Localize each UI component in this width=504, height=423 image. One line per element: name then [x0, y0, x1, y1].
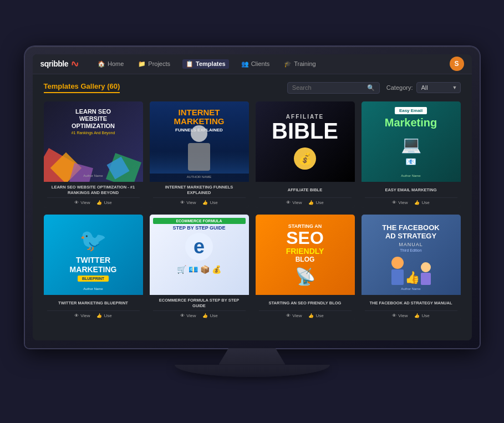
- template-name-affiliate-bible: AFFILIATE BIBLE: [259, 185, 352, 196]
- template-thumb-internet-marketing: INTERNETMARKETING FUNNELS EXPLAINED AUTH…: [150, 101, 249, 182]
- template-thumb-learn-seo: LEARN SEOWEBSITEOPTIMIZATION #1 Rankings…: [44, 101, 143, 182]
- template-name-easy-email: EASY EMAIL MARKETING: [365, 185, 457, 196]
- cover-twitter: 🐦 TWITTERMARKETING BLUEPRINT Author Name: [44, 215, 143, 295]
- category-wrapper: All Business Marketing Health Finance ▼: [416, 82, 461, 93]
- template-footer-facebook-ad: THE FACEBOOK AD STRATEGY MANUAL 👁 View 👍…: [362, 295, 461, 321]
- nav-item-projects-label: Projects: [148, 60, 170, 67]
- search-icon: 🔍: [367, 84, 375, 91]
- search-box: 🔍: [287, 82, 380, 94]
- use-action-twitter[interactable]: 👍 Use: [96, 313, 111, 318]
- template-footer-learn-seo: LEARN SEO WEBSITE OPTIMIZATION - #1 RANK…: [44, 182, 143, 208]
- cover-twitter-badge: BLUEPRINT: [78, 276, 109, 282]
- home-icon: 🏠: [98, 60, 105, 68]
- template-card-internet-marketing[interactable]: INTERNETMARKETING FUNNELS EXPLAINED AUTH…: [150, 101, 249, 208]
- category-dropdown[interactable]: All Business Marketing Health Finance: [416, 82, 461, 93]
- app-navbar: sqribble ∿ 🏠 Home 📁 Projects 📋 Templates: [33, 54, 472, 74]
- template-card-twitter[interactable]: 🐦 TWITTERMARKETING BLUEPRINT Author Name…: [44, 215, 143, 321]
- gallery-header: Templates Gallery (60) 🔍 Category: All: [44, 82, 461, 94]
- cover-facebook-edition: Third Edition: [400, 248, 421, 252]
- template-actions-facebook-ad: 👁 View 👍 Use: [365, 310, 457, 319]
- template-footer-internet-marketing: INTERNET MARKETING FUNNELS EXPLAINED 👁 V…: [150, 182, 249, 208]
- cover-seo: LEARN SEOWEBSITEOPTIMIZATION #1 Rankings…: [44, 101, 143, 182]
- view-action-email[interactable]: 👁 View: [392, 200, 408, 205]
- use-action-ecommerce[interactable]: 👍 Use: [202, 313, 217, 318]
- use-action-learn-seo[interactable]: 👍 Use: [96, 200, 111, 205]
- templates-icon: 📋: [186, 60, 194, 68]
- view-action-internet[interactable]: 👁 View: [180, 200, 196, 205]
- monitor-bezel: sqribble ∿ 🏠 Home 📁 Projects 📋 Templates: [25, 47, 480, 348]
- template-thumb-easy-email: Easy Email Marketing 💻 📧 Author Name: [362, 101, 461, 182]
- nav-item-clients[interactable]: 👥 Clients: [239, 59, 272, 69]
- template-footer-seo-friendly: STARTING AN SEO FRIENDLY BLOG 👁 View 👍 U…: [256, 295, 355, 321]
- template-thumb-seo-friendly: STARTING AN SEO FRIENDLY Blog 📡: [256, 215, 355, 295]
- cover-email-title: Marketing: [385, 116, 437, 129]
- use-action-affiliate[interactable]: 👍 Use: [308, 200, 323, 205]
- cover-facebook: THE FACEBOOKAD STRATEGY MANUAL Third Edi…: [362, 215, 461, 295]
- clients-icon: 👥: [241, 60, 249, 68]
- gallery-controls: 🔍 Category: All Business Marketing Healt…: [287, 82, 461, 94]
- template-thumb-affiliate-bible: AFFILIATE BIBLE 💰: [256, 101, 355, 182]
- template-footer-ecommerce: ECOMMERCE FORMULA STEP BY STEP GUIDE 👁 V…: [150, 295, 249, 321]
- cover-seo-friendly-text: FRIENDLY: [286, 247, 324, 256]
- template-actions-ecommerce: 👁 View 👍 Use: [153, 310, 246, 319]
- template-thumb-ecommerce: ECOMMERCE FORMULA STEP BY STEP GUIDE e 🛒…: [150, 215, 249, 295]
- template-name-seo-friendly: STARTING AN SEO FRIENDLY BLOG: [259, 298, 352, 309]
- template-name-twitter: TWITTER MARKETING BLUEPRINT: [47, 298, 140, 309]
- template-thumb-twitter: 🐦 TWITTERMARKETING BLUEPRINT Author Name: [44, 215, 143, 295]
- view-action-facebook[interactable]: 👁 View: [392, 313, 408, 318]
- app-content: Templates Gallery (60) 🔍 Category: All: [33, 74, 472, 340]
- nav-item-home[interactable]: 🏠 Home: [95, 59, 126, 69]
- monitor-screen: sqribble ∿ 🏠 Home 📁 Projects 📋 Templates: [33, 54, 472, 340]
- view-action-affiliate[interactable]: 👁 View: [286, 200, 302, 205]
- cover-affiliate: AFFILIATE BIBLE 💰: [256, 101, 355, 182]
- cover-facebook-sub: MANUAL: [399, 242, 423, 247]
- template-card-learn-seo[interactable]: LEARN SEOWEBSITEOPTIMIZATION #1 Rankings…: [44, 101, 143, 208]
- use-action-facebook[interactable]: 👍 Use: [414, 313, 429, 318]
- cover-ecommerce-badge: ECOMMERCE FORMULA: [153, 218, 246, 224]
- cover-ecommerce-title: STEP BY STEP GUIDE: [172, 225, 225, 231]
- view-action-ecommerce[interactable]: 👁 View: [180, 313, 196, 318]
- cover-email: Easy Email Marketing 💻 📧 Author Name: [362, 101, 461, 182]
- user-avatar[interactable]: S: [450, 57, 464, 71]
- template-card-seo-friendly[interactable]: STARTING AN SEO FRIENDLY Blog 📡 STARTING…: [256, 215, 355, 321]
- author-name-email: Author Name: [362, 174, 461, 177]
- nav-item-training[interactable]: 🎓 Training: [282, 59, 318, 69]
- projects-icon: 📁: [138, 60, 146, 68]
- template-card-easy-email[interactable]: Easy Email Marketing 💻 📧 Author Name EAS…: [362, 101, 461, 208]
- use-action-email[interactable]: 👍 Use: [414, 200, 429, 205]
- nav-item-clients-label: Clients: [251, 60, 270, 67]
- monitor-stand-base: [175, 365, 330, 377]
- cover-internet: INTERNETMARKETING FUNNELS EXPLAINED AUTH…: [150, 101, 249, 182]
- template-name-facebook-ad: THE FACEBOOK AD STRATEGY MANUAL: [365, 298, 457, 309]
- view-action-twitter[interactable]: 👁 View: [74, 313, 90, 318]
- cover-ecommerce: ECOMMERCE FORMULA STEP BY STEP GUIDE e 🛒…: [150, 215, 249, 295]
- cover-twitter-title: TWITTERMARKETING: [70, 256, 117, 274]
- monitor-stand-neck: [219, 348, 286, 365]
- template-card-affiliate-bible[interactable]: AFFILIATE BIBLE 💰 AFFILIATE BIBLE: [256, 101, 355, 208]
- author-name-twitter: Author Name: [44, 287, 143, 291]
- template-actions-affiliate-bible: 👁 View 👍 Use: [259, 197, 352, 206]
- app-logo: sqribble ∿: [40, 58, 79, 70]
- nav-item-home-label: Home: [108, 60, 124, 67]
- logo-text: sqribble: [40, 59, 68, 68]
- nav-item-projects[interactable]: 📁 Projects: [136, 59, 172, 69]
- template-footer-affiliate-bible: AFFILIATE BIBLE 👁 View 👍 Use: [256, 182, 355, 208]
- cover-seo-friendly: STARTING AN SEO FRIENDLY Blog 📡: [256, 215, 355, 295]
- search-input[interactable]: [292, 84, 364, 91]
- template-card-ecommerce[interactable]: ECOMMERCE FORMULA STEP BY STEP GUIDE e 🛒…: [150, 215, 249, 321]
- template-actions-seo-friendly: 👁 View 👍 Use: [259, 310, 352, 319]
- monitor-wrapper: sqribble ∿ 🏠 Home 📁 Projects 📋 Templates: [25, 47, 480, 377]
- cover-seo-main: SEO: [286, 229, 324, 247]
- cover-affiliate-bible: BIBLE: [272, 120, 338, 142]
- view-action-seo-friendly[interactable]: 👁 View: [286, 313, 302, 318]
- nav-item-training-label: Training: [294, 60, 315, 67]
- cover-email-badge: Easy Email: [395, 107, 427, 114]
- view-action-learn-seo[interactable]: 👁 View: [74, 200, 90, 205]
- templates-grid: LEARN SEOWEBSITEOPTIMIZATION #1 Rankings…: [44, 101, 461, 321]
- use-action-internet[interactable]: 👍 Use: [202, 200, 217, 205]
- template-name-ecommerce: ECOMMERCE FORMULA STEP BY STEP GUIDE: [153, 298, 246, 309]
- use-action-seo-friendly[interactable]: 👍 Use: [308, 313, 323, 318]
- template-thumb-facebook-ad: THE FACEBOOKAD STRATEGY MANUAL Third Edi…: [362, 215, 461, 295]
- nav-item-templates[interactable]: 📋 Templates: [182, 59, 229, 69]
- template-card-facebook-ad[interactable]: THE FACEBOOKAD STRATEGY MANUAL Third Edi…: [362, 215, 461, 321]
